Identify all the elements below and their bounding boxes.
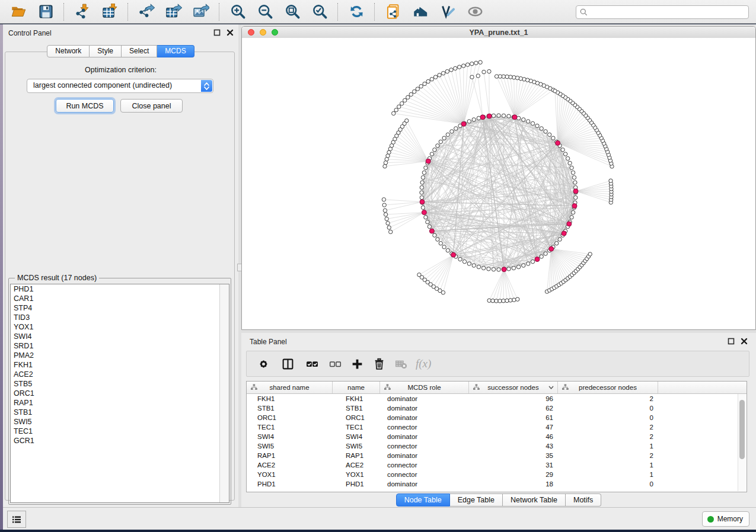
export-image-icon[interactable]	[191, 2, 211, 22]
control-panel: Control Panel NetworkStyleSelectMCDS Opt…	[3, 24, 238, 508]
table-row[interactable]: YOX1YOX1connector291	[247, 470, 747, 479]
table-row[interactable]: FKH1FKH1dominator962	[247, 394, 747, 403]
import-network-icon[interactable]	[72, 2, 92, 22]
cell-name: SWI4	[333, 432, 380, 441]
close-panel-button[interactable]: Close panel	[120, 99, 183, 113]
mcds-result-item[interactable]: RAP1	[11, 398, 229, 408]
tab-select[interactable]: Select	[122, 45, 157, 57]
mcds-result-item[interactable]: CAR1	[11, 294, 229, 303]
mcds-result-item[interactable]: STP4	[11, 303, 229, 313]
cell-shared-name: ORC1	[247, 413, 333, 422]
mcds-result-title: MCDS result (17 nodes)	[15, 274, 99, 282]
mcds-result-item[interactable]: SRD1	[11, 341, 229, 351]
float-window-icon[interactable]	[728, 338, 735, 345]
vizmap-icon[interactable]	[438, 2, 458, 22]
table-row[interactable]: SWI5SWI5connector431	[247, 441, 747, 451]
app-body: Control Panel NetworkStyleSelectMCDS Opt…	[3, 24, 756, 508]
mcds-result-item[interactable]: PMA2	[11, 351, 229, 360]
table-row[interactable]: RAP1RAP1dominator352	[247, 451, 747, 460]
node-table[interactable]: shared namenameMCDS rolesuccessor nodesp…	[246, 381, 747, 492]
export-network-icon[interactable]	[136, 2, 157, 22]
delete-columns-icon[interactable]	[373, 356, 385, 371]
tab-network[interactable]: Network	[47, 45, 90, 57]
column-header-name[interactable]: name	[333, 382, 380, 393]
cell-successor-nodes: 31	[469, 460, 558, 470]
table-toolbar: f(x)	[246, 351, 749, 377]
table-panel-titlebar: Table Panel	[241, 333, 756, 350]
mcds-result-item[interactable]: ORC1	[11, 389, 229, 398]
cell-successor-nodes: 61	[469, 413, 558, 422]
control-panel-titlebar: Control Panel	[3, 24, 238, 41]
mcds-result-item[interactable]: SWI4	[11, 332, 229, 341]
create-column-icon[interactable]	[351, 356, 363, 371]
table-row[interactable]: STB1STB1dominator620	[247, 403, 747, 413]
mcds-result-item[interactable]: FKH1	[11, 360, 229, 370]
tab-node-table[interactable]: Node Table	[396, 493, 450, 507]
export-web-icon[interactable]	[383, 2, 403, 22]
deselect-all-columns-icon[interactable]	[329, 356, 342, 371]
search-input[interactable]	[591, 8, 748, 17]
mcds-result-item[interactable]: STB1	[11, 408, 229, 417]
zoom-fit-icon[interactable]	[282, 2, 302, 22]
table-row[interactable]: TEC1TEC1connector472	[247, 422, 747, 432]
save-session-icon[interactable]	[36, 2, 56, 22]
table-scrollbar[interactable]	[738, 394, 746, 491]
table-row[interactable]: ORC1ORC1dominator610	[247, 413, 747, 422]
zoom-out-icon[interactable]	[255, 2, 275, 22]
select-all-columns-icon[interactable]	[306, 356, 318, 371]
mcds-result-item[interactable]: TEC1	[11, 427, 229, 436]
result-list-scrollbar[interactable]	[219, 284, 229, 502]
open-session-icon[interactable]	[8, 2, 28, 22]
apply-layout-icon[interactable]	[346, 2, 366, 22]
optimization-criterion-label: Optimization criterion:	[3, 66, 238, 74]
desktop: Control Panel NetworkStyleSelectMCDS Opt…	[0, 0, 756, 532]
mcds-result-item[interactable]: STB5	[11, 379, 229, 389]
mcds-result-item[interactable]: TID3	[11, 313, 229, 322]
column-header-successor-nodes[interactable]: successor nodes	[469, 382, 558, 393]
optimization-criterion-select[interactable]: largest connected component (undirected)	[27, 79, 213, 93]
memory-status-icon	[707, 516, 714, 523]
birds-eye-icon[interactable]	[410, 2, 430, 22]
search-box[interactable]	[576, 5, 749, 19]
mcds-result-item[interactable]: PHD1	[11, 284, 229, 294]
table-row[interactable]: ACE2ACE2connector311	[247, 460, 747, 470]
run-mcds-button[interactable]: Run MCDS	[56, 99, 114, 113]
tab-style[interactable]: Style	[90, 45, 122, 57]
memory-label: Memory	[717, 515, 743, 523]
column-header-mcds-role[interactable]: MCDS role	[380, 382, 469, 393]
tab-edge-table[interactable]: Edge Table	[450, 493, 503, 507]
export-table-icon[interactable]	[164, 2, 184, 22]
cell-shared-name: PHD1	[247, 479, 333, 489]
tab-motifs[interactable]: Motifs	[566, 493, 601, 507]
network-canvas[interactable]	[242, 38, 755, 329]
zoom-selected-icon[interactable]	[310, 2, 330, 22]
column-header-shared-name[interactable]: shared name	[247, 382, 333, 393]
cell-predecessor-nodes: 0	[558, 403, 658, 413]
close-panel-icon[interactable]	[227, 29, 234, 36]
task-history-button[interactable]	[7, 511, 26, 528]
mcds-result-list[interactable]: PHD1CAR1STP4TID3YOX1SWI4SRD1PMA2FKH1ACE2…	[10, 284, 229, 503]
zoom-in-icon[interactable]	[228, 2, 248, 22]
close-panel-icon[interactable]	[741, 338, 748, 345]
cell-shared-name: RAP1	[247, 451, 333, 460]
network-window-title: YPA_prune.txt_1	[242, 28, 755, 37]
table-row[interactable]: PHD1PHD1dominator180	[247, 479, 747, 489]
network-window-titlebar[interactable]: YPA_prune.txt_1	[242, 27, 755, 39]
mcds-result-item[interactable]: GCR1	[11, 436, 229, 446]
memory-button[interactable]: Memory	[702, 511, 749, 527]
mcds-result-item[interactable]: ACE2	[11, 370, 229, 379]
table-mode-gear-icon[interactable]	[257, 356, 270, 371]
status-bar: Memory	[3, 507, 756, 530]
column-header-predecessor-nodes[interactable]: predecessor nodes	[558, 382, 658, 393]
table-scrollbar-thumb[interactable]	[739, 400, 745, 459]
tab-mcds[interactable]: MCDS	[157, 45, 194, 57]
tab-network-table[interactable]: Network Table	[503, 493, 566, 507]
import-table-icon[interactable]	[100, 2, 120, 22]
mcds-result-item[interactable]: YOX1	[11, 322, 229, 332]
mcds-result-item[interactable]: SWI5	[11, 417, 229, 427]
hide-details-icon[interactable]	[465, 2, 485, 22]
table-row[interactable]: SWI4SWI4dominator462	[247, 432, 747, 441]
cell-name: STB1	[333, 403, 380, 413]
show-columns-icon[interactable]	[282, 356, 294, 371]
float-window-icon[interactable]	[213, 29, 221, 36]
